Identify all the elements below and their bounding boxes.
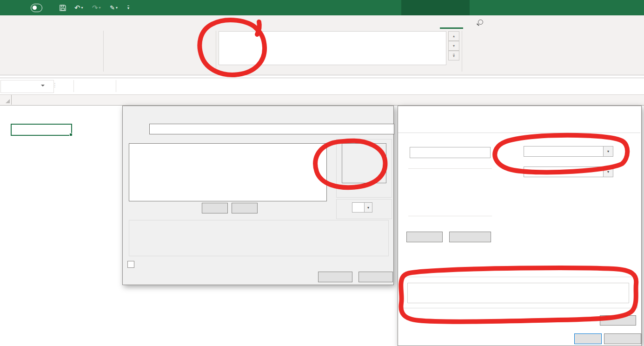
- modify-pivottable-style-dialog: ▾: [122, 106, 394, 285]
- redo-button[interactable]: ↷▾: [92, 0, 101, 15]
- pivot-style-gallery: [219, 31, 446, 65]
- cancel-button[interactable]: [604, 333, 641, 344]
- active-cell-selection: [11, 124, 72, 136]
- ink-button[interactable]: ✎▾: [110, 0, 118, 15]
- gallery-scroll-up-button[interactable]: ▴: [448, 31, 459, 41]
- sample-swatch: [407, 283, 629, 303]
- format-button[interactable]: [202, 203, 228, 213]
- select-all-button[interactable]: [0, 95, 12, 105]
- more-colors-button[interactable]: [449, 232, 491, 242]
- ribbon-tab-bar: [0, 15, 644, 29]
- pattern-style-dropdown-icon[interactable]: ▾: [603, 166, 613, 177]
- table-element-list[interactable]: [129, 143, 327, 201]
- search-box[interactable]: [478, 15, 488, 29]
- fill-effects-button[interactable]: [406, 232, 443, 242]
- save-button[interactable]: [60, 0, 66, 15]
- pattern-style-select[interactable]: [524, 166, 608, 177]
- search-icon: [478, 20, 483, 25]
- autosave-toggle[interactable]: [31, 0, 42, 15]
- active-tab-underline: [440, 27, 463, 29]
- element-formatting-groupbox: [129, 220, 389, 256]
- undo-button[interactable]: ↶▾: [74, 0, 83, 15]
- toggle-knob-icon: [33, 6, 37, 10]
- ribbon: ▴ ▾ ▾: [0, 29, 644, 75]
- save-icon: [60, 5, 66, 11]
- clear-button[interactable]: [600, 315, 636, 326]
- format-cells-dialog: ▾ ▾: [398, 106, 642, 346]
- stripe-size-dropdown-icon[interactable]: ▾: [364, 202, 372, 213]
- pattern-color-dropdown-icon[interactable]: ▾: [603, 146, 613, 157]
- formula-bar: ⋮: [0, 78, 644, 95]
- pattern-color-select[interactable]: [524, 146, 608, 157]
- name-box-caret-icon[interactable]: [41, 85, 45, 88]
- ok-button[interactable]: [318, 272, 352, 282]
- set-default-checkbox[interactable]: [127, 261, 134, 268]
- cancel-button[interactable]: [359, 272, 393, 282]
- gallery-scroll-down-button[interactable]: ▾: [448, 41, 459, 51]
- clear-element-button[interactable]: [232, 203, 258, 213]
- name-box[interactable]: [0, 80, 54, 93]
- column-headers: [0, 95, 644, 106]
- context-tab-group: [401, 0, 470, 15]
- excel-window: ↶▾ ↷▾ ✎▾ ▾ ▴ ▾ ▾ ⋮: [0, 0, 644, 346]
- gallery-more-button[interactable]: ▾: [448, 51, 459, 60]
- no-color-button[interactable]: [410, 147, 491, 158]
- style-preview-table: [342, 143, 386, 183]
- style-name-field[interactable]: [149, 124, 394, 134]
- title-bar: ↶▾ ↷▾ ✎▾ ▾: [0, 0, 644, 15]
- ok-button[interactable]: [574, 333, 602, 344]
- customize-qat-button[interactable]: ▾: [127, 0, 129, 15]
